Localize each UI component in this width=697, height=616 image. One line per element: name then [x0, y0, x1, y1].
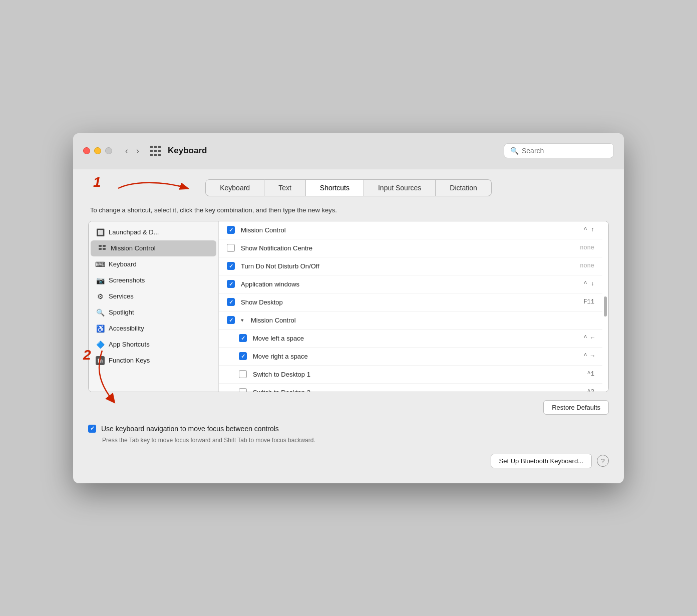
- svg-rect-0: [99, 245, 102, 247]
- shortcut-row-dnd: Turn Do Not Disturb On/Off none: [219, 257, 602, 275]
- sidebar-item-launchpad[interactable]: 🔲 Launchpad & D...: [89, 224, 218, 240]
- shortcut-row-mission-control: Mission Control ^ ↑: [219, 221, 602, 239]
- keyboard-nav-desc: Press the Tab key to move focus forward …: [88, 437, 609, 444]
- sidebar-item-app-shortcuts[interactable]: 🔷 App Shortcuts: [89, 337, 218, 353]
- shortcut-label-mission-control-group: Mission Control: [251, 317, 588, 324]
- sidebar-item-services[interactable]: ⚙ Services: [89, 288, 218, 304]
- sidebar-item-mission-control[interactable]: Mission Control: [91, 240, 216, 256]
- checkbox-desktop-2[interactable]: [239, 388, 247, 392]
- fullscreen-button[interactable]: [105, 147, 112, 154]
- bluetooth-keyboard-button[interactable]: Set Up Bluetooth Keyboard...: [491, 454, 592, 468]
- tab-dictation[interactable]: Dictation: [436, 179, 491, 196]
- restore-defaults-button[interactable]: Restore Defaults: [543, 400, 609, 415]
- help-button[interactable]: ?: [597, 455, 609, 467]
- annotation-1: 1: [93, 174, 101, 190]
- shortcut-key-dnd: none: [580, 262, 594, 269]
- shortcut-row-mission-control-group: ▾ Mission Control: [219, 312, 602, 330]
- svg-rect-2: [99, 248, 102, 250]
- tab-input-sources[interactable]: Input Sources: [364, 179, 436, 196]
- shortcut-label-app-windows: Application windows: [241, 280, 577, 288]
- sidebar-item-accessibility[interactable]: ♿ Accessibility: [89, 321, 218, 337]
- shortcut-label-move-right: Move right a space: [253, 353, 577, 360]
- sidebar-item-services-label: Services: [109, 292, 134, 300]
- tab-shortcuts[interactable]: Shortcuts: [306, 179, 364, 196]
- traffic-lights: [83, 147, 112, 154]
- main-panel: 🔲 Launchpad & D... Mission Control ⌨ Key…: [88, 221, 609, 392]
- shortcut-row-move-right: Move right a space ^ →: [219, 348, 602, 366]
- sidebar-item-app-shortcuts-label: App Shortcuts: [109, 341, 150, 348]
- svg-rect-3: [103, 248, 106, 250]
- shortcut-label-move-left: Move left a space: [253, 335, 577, 342]
- sidebar-item-keyboard-label: Keyboard: [109, 260, 137, 268]
- sidebar-item-spotlight[interactable]: 🔍 Spotlight: [89, 304, 218, 321]
- tab-text[interactable]: Text: [264, 179, 306, 196]
- screenshots-icon: 📷: [96, 276, 105, 285]
- shortcut-row-app-windows: Application windows ^ ↓: [219, 275, 602, 293]
- shortcut-label-mission-control: Mission Control: [241, 226, 577, 234]
- checkbox-move-left[interactable]: [239, 334, 247, 342]
- sidebar-item-accessibility-label: Accessibility: [109, 325, 144, 332]
- forward-button[interactable]: ›: [133, 145, 142, 157]
- content-area: 1 Keyboard Text Shortcuts Input Sources …: [73, 169, 624, 483]
- tab-keyboard[interactable]: Keyboard: [205, 179, 264, 196]
- search-icon: 🔍: [510, 147, 519, 155]
- scroll-track[interactable]: [602, 221, 608, 392]
- checkbox-dnd[interactable]: [227, 262, 235, 270]
- checkbox-show-desktop[interactable]: [227, 298, 235, 306]
- shortcut-key-mission-control: ^ ↑: [583, 226, 594, 233]
- back-button[interactable]: ‹: [122, 145, 131, 157]
- sidebar-item-mission-control-label: Mission Control: [111, 244, 156, 252]
- bottom-section: Use keyboard navigation to move focus be…: [88, 425, 609, 444]
- services-icon: ⚙: [96, 292, 105, 301]
- shortcut-label-notification: Show Notification Centre: [241, 244, 574, 252]
- sidebar: 🔲 Launchpad & D... Mission Control ⌨ Key…: [89, 221, 219, 392]
- checkbox-move-right[interactable]: [239, 352, 247, 360]
- minimize-button[interactable]: [94, 147, 101, 154]
- function-keys-icon: fn: [96, 356, 105, 365]
- titlebar: ‹ › Keyboard 🔍: [73, 133, 624, 169]
- shortcut-key-show-desktop: F11: [583, 298, 594, 305]
- checkbox-notification[interactable]: [227, 244, 235, 252]
- shortcut-key-move-right: ^ →: [583, 353, 594, 360]
- sidebar-item-label: Launchpad & D...: [109, 228, 159, 236]
- instruction-text: To change a shortcut, select it, click t…: [88, 206, 609, 214]
- scroll-thumb[interactable]: [604, 296, 607, 317]
- sidebar-item-keyboard[interactable]: ⌨ Keyboard: [89, 256, 218, 272]
- shortcut-key-notification: none: [580, 244, 594, 251]
- mission-control-icon: [98, 244, 107, 253]
- shortcut-list: Mission Control ^ ↑ Show Notification Ce…: [219, 221, 602, 392]
- keyboard-nav-checkbox[interactable]: [88, 425, 96, 433]
- accessibility-icon: ♿: [96, 324, 105, 333]
- shortcut-label-desktop-1: Switch to Desktop 1: [253, 371, 581, 378]
- svg-rect-1: [103, 245, 106, 247]
- sidebar-item-screenshots[interactable]: 📷 Screenshots: [89, 272, 218, 288]
- shortcut-key-desktop-1: ^1: [587, 371, 594, 378]
- shortcut-label-desktop-2: Switch to Desktop 2: [253, 389, 581, 392]
- tabs: Keyboard Text Shortcuts Input Sources Di…: [88, 179, 609, 196]
- collapse-arrow[interactable]: ▾: [241, 317, 244, 324]
- search-box[interactable]: 🔍: [504, 143, 614, 158]
- launchpad-icon: 🔲: [96, 228, 105, 237]
- shortcut-row-show-desktop: Show Desktop F11: [219, 293, 602, 312]
- annotation-2: 2: [83, 347, 91, 363]
- checkbox-mission-control[interactable]: [227, 226, 235, 234]
- checkbox-app-windows[interactable]: [227, 280, 235, 288]
- shortcut-row-notification: Show Notification Centre none: [219, 239, 602, 257]
- nav-buttons: ‹ ›: [122, 145, 142, 157]
- shortcut-row-move-left: Move left a space ^ ←: [219, 330, 602, 348]
- app-grid-icon[interactable]: [150, 146, 161, 156]
- checkbox-desktop-1[interactable]: [239, 370, 247, 378]
- sidebar-item-screenshots-label: Screenshots: [109, 276, 145, 284]
- keyboard-preferences-window: ‹ › Keyboard 🔍 1: [73, 133, 624, 483]
- shortcut-key-app-windows: ^ ↓: [583, 280, 594, 287]
- window-title: Keyboard: [168, 146, 207, 156]
- search-input[interactable]: [522, 147, 607, 155]
- shortcut-label-show-desktop: Show Desktop: [241, 298, 577, 306]
- shortcut-key-move-left: ^ ←: [583, 335, 594, 342]
- close-button[interactable]: [83, 147, 90, 154]
- sidebar-item-function-keys-label: Function Keys: [109, 357, 150, 364]
- sidebar-item-function-keys[interactable]: fn Function Keys: [89, 353, 218, 369]
- app-shortcuts-icon: 🔷: [96, 340, 105, 349]
- checkbox-mission-control-group[interactable]: [227, 316, 235, 324]
- shortcut-label-dnd: Turn Do Not Disturb On/Off: [241, 262, 574, 270]
